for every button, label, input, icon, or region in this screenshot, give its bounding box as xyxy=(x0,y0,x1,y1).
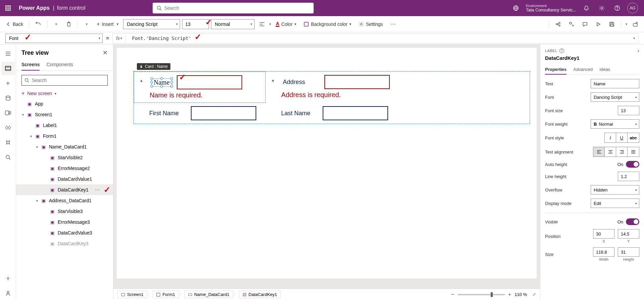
color-button[interactable]: A Color ▾ xyxy=(273,20,299,28)
lastname-card[interactable]: Last Name xyxy=(266,103,397,124)
rail-media[interactable] xyxy=(1,106,15,120)
rail-flows[interactable] xyxy=(1,121,15,134)
waffle-menu[interactable] xyxy=(3,3,13,13)
address-card[interactable]: * Address Address is required. xyxy=(266,72,397,103)
tree-item[interactable]: ▣DataCardKey1⋯✓ xyxy=(16,184,113,195)
prop-font[interactable]: Dancing Script▾ xyxy=(591,92,639,102)
rail-search[interactable] xyxy=(1,151,15,164)
prop-weight[interactable]: B Normal▾ xyxy=(591,119,639,129)
property-select[interactable]: Font ▾ ✓ xyxy=(5,34,103,43)
prop-y[interactable] xyxy=(618,229,639,239)
share-button[interactable] xyxy=(553,19,564,30)
visible-toggle[interactable] xyxy=(626,218,639,225)
back-button[interactable]: Back xyxy=(3,20,26,28)
tree-item[interactable]: ▾▣Screen1 xyxy=(16,109,113,120)
play-button[interactable] xyxy=(593,19,604,30)
font-size-input[interactable] xyxy=(182,19,209,29)
help-icon[interactable] xyxy=(612,3,623,13)
more-icon[interactable]: ⋯ xyxy=(95,187,100,192)
tree-item[interactable]: ▣App xyxy=(16,98,113,109)
fit-screen-icon[interactable]: ⤢ xyxy=(532,292,536,297)
italic-btn[interactable]: I xyxy=(605,133,616,142)
paste-chevron[interactable]: ▾ xyxy=(81,19,92,30)
close-tree-icon[interactable]: ✕ xyxy=(103,49,108,56)
control-name[interactable]: DataCardKey1 xyxy=(545,55,639,61)
environment-block[interactable]: Environment Tata Consultancy Servic... xyxy=(526,4,576,12)
prop-overflow[interactable]: Hidden▾ xyxy=(591,185,639,195)
zoom-slider[interactable] xyxy=(458,294,505,295)
comment-button[interactable] xyxy=(580,19,590,30)
tree-item[interactable]: ▣DataCardKey3 xyxy=(16,238,113,249)
prop-text[interactable] xyxy=(591,79,639,88)
prop-h[interactable] xyxy=(618,247,639,257)
tree-search-input[interactable] xyxy=(32,78,105,83)
tree-item[interactable]: ▾▣Address_DataCard1 xyxy=(16,195,113,206)
chevron-down-icon[interactable]: ▾ xyxy=(22,113,25,117)
formula-input-box[interactable]: fx ▾ Font.'Dancing Script' ✓ ▾ xyxy=(112,33,639,43)
prop-lineheight[interactable] xyxy=(618,172,639,181)
font-weight-select[interactable]: Normal ▾ xyxy=(211,19,255,29)
search-input[interactable] xyxy=(164,5,310,11)
tree-search[interactable] xyxy=(21,75,108,86)
user-avatar[interactable]: AG xyxy=(627,3,638,13)
paste-button[interactable] xyxy=(63,19,74,30)
zoom-in[interactable]: + xyxy=(508,292,511,298)
align-center-btn[interactable] xyxy=(605,147,616,157)
tree-item[interactable]: ▣Label1 xyxy=(16,120,113,131)
chevron-down-icon[interactable]: ▾ xyxy=(36,199,40,203)
selected-label[interactable]: Name ✓ xyxy=(151,78,172,87)
form-region[interactable]: Card : Name * Name xyxy=(133,71,530,124)
name-input[interactable] xyxy=(177,75,242,89)
tree-item[interactable]: ▣StarVisible2 xyxy=(16,152,113,163)
prop-displaymode[interactable]: Edit▾ xyxy=(591,199,639,208)
props-tab-properties[interactable]: Properties xyxy=(545,65,567,75)
checker-button[interactable] xyxy=(566,19,577,30)
rail-variables[interactable] xyxy=(1,136,15,149)
firstname-card[interactable]: First Name xyxy=(134,103,266,124)
props-tab-ideas[interactable]: Ideas xyxy=(599,65,610,75)
tab-screens[interactable]: Screens xyxy=(21,59,40,71)
crumb-key[interactable]: DataCardKey1 xyxy=(239,291,281,298)
environment-icon[interactable] xyxy=(511,3,521,13)
align-justify-btn[interactable] xyxy=(628,147,639,157)
address-input[interactable] xyxy=(324,75,390,89)
rail-insert[interactable]: + xyxy=(1,77,15,90)
notifications-icon[interactable] xyxy=(581,3,592,13)
props-tab-advanced[interactable]: Advanced xyxy=(573,65,593,75)
align-left-btn[interactable] xyxy=(593,147,605,157)
undo-chevron[interactable]: ▾ xyxy=(51,19,61,30)
tree-item[interactable]: ▣DataCardValue1 xyxy=(16,174,113,184)
expand-props-icon[interactable]: › xyxy=(638,48,639,54)
tree-item[interactable]: ▣ErrorMessage2 xyxy=(16,163,113,174)
prop-w[interactable] xyxy=(593,247,614,257)
settings-icon[interactable] xyxy=(596,3,607,13)
more-button[interactable]: ⋯ xyxy=(388,19,398,30)
global-search[interactable] xyxy=(153,3,314,13)
publish-button[interactable] xyxy=(630,19,641,30)
settings-button[interactable]: Settings xyxy=(356,20,386,28)
chevron-down-icon[interactable]: ▾ xyxy=(36,145,40,149)
canvas-area[interactable]: Card : Name * Name xyxy=(113,44,540,289)
tab-components[interactable]: Components xyxy=(46,59,73,71)
undo-button[interactable] xyxy=(33,19,44,30)
prop-x[interactable] xyxy=(593,229,614,239)
rail-hamburger[interactable] xyxy=(1,47,15,60)
prop-size[interactable] xyxy=(618,106,639,115)
rail-settings[interactable] xyxy=(1,272,15,285)
strike-btn[interactable]: abc xyxy=(628,133,639,142)
new-screen-button[interactable]: + New screen ▾ xyxy=(16,88,113,98)
tree-item[interactable]: ▾▣Name_DataCard1 xyxy=(16,141,113,152)
autoheight-toggle[interactable] xyxy=(626,161,639,168)
canvas-surface[interactable]: Card : Name * Name xyxy=(117,48,537,278)
bgcolor-button[interactable]: Background color ▾ xyxy=(301,20,354,28)
name-card[interactable]: Card : Name * Name xyxy=(134,72,266,103)
tree-item[interactable]: ▣DataCardValue3 xyxy=(16,227,113,238)
tree-item[interactable]: ▣StarVisible3 xyxy=(16,206,113,217)
align-right-btn[interactable] xyxy=(616,147,628,157)
crumb-form[interactable]: Form1 xyxy=(153,291,179,298)
firstname-input[interactable] xyxy=(191,106,256,120)
align-button[interactable] xyxy=(257,19,267,30)
crumb-screen[interactable]: Screen1 xyxy=(117,291,147,298)
rail-ask[interactable] xyxy=(1,287,15,300)
tree-item[interactable]: ▾▣Form1 xyxy=(16,131,113,141)
